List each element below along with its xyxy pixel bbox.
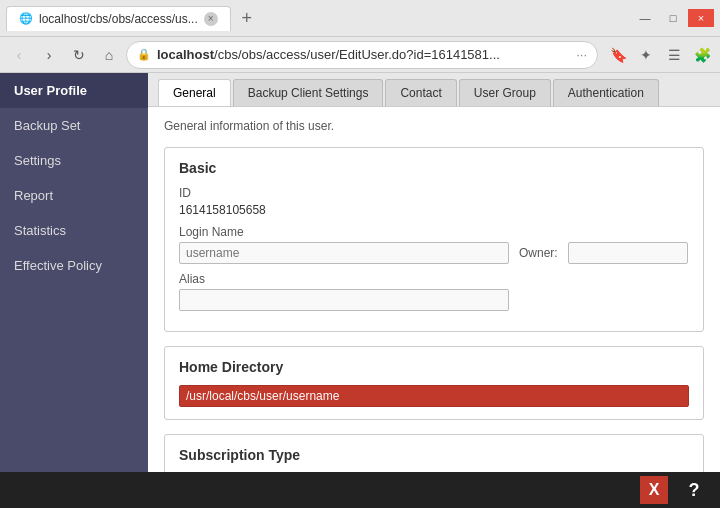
tab-contact[interactable]: Contact [385,79,456,106]
main-content: General Backup Client Settings Contact U… [148,73,720,508]
sidebar-item-report[interactable]: Report [0,178,148,213]
sidebar-item-statistics[interactable]: Statistics [0,213,148,248]
minimize-btn[interactable]: — [632,9,658,27]
login-name-label: Login Name [179,225,689,239]
home-directory-title: Home Directory [179,359,689,375]
url-more-btn[interactable]: ··· [576,47,587,62]
alias-row [179,289,689,311]
sidebar: User Profile Backup Set Settings Report … [0,73,148,508]
tab-authentication[interactable]: Authentication [553,79,659,106]
sidebar-item-effective-policy[interactable]: Effective Policy [0,248,148,283]
login-name-row: Owner: [179,242,689,264]
forward-btn[interactable]: › [36,42,62,68]
sidebar-item-user-profile[interactable]: User Profile [0,73,148,108]
url-bar-container[interactable]: 🔒 localhost/cbs/obs/access/user/EditUser… [126,41,598,69]
alias-label: Alias [179,272,689,286]
login-name-input[interactable] [179,242,509,264]
url-bold-part: localhost [157,47,214,62]
sidebar-item-backup-set[interactable]: Backup Set [0,108,148,143]
maximize-btn[interactable]: □ [660,9,686,27]
reload-btn[interactable]: ↻ [66,42,92,68]
x-button[interactable]: X [640,476,668,504]
app-layout: User Profile Backup Set Settings Report … [0,73,720,508]
bookmark-icon[interactable]: 🔖 [606,43,630,67]
browser-tab[interactable]: 🌐 localhost/cbs/obs/access/us... × [6,6,231,31]
owner-input[interactable] [568,242,688,264]
tab-user-group[interactable]: User Group [459,79,551,106]
id-label: ID [179,186,689,200]
home-directory-section: Home Directory [164,346,704,420]
tab-close-btn[interactable]: × [204,12,218,26]
basic-section: Basic ID 1614158105658 Login Name Owner:… [164,147,704,332]
back-btn[interactable]: ‹ [6,42,32,68]
close-btn[interactable]: × [688,9,714,27]
tab-general[interactable]: General [158,79,231,106]
title-bar: 🌐 localhost/cbs/obs/access/us... × + — □… [0,0,720,36]
alias-input[interactable] [179,289,509,311]
more-icon[interactable]: ☰ [662,43,686,67]
owner-label: Owner: [519,246,558,260]
nav-bar: ‹ › ↻ ⌂ 🔒 localhost/cbs/obs/access/user/… [0,36,720,72]
content-description: General information of this user. [164,119,704,133]
tab-bar: General Backup Client Settings Contact U… [148,73,720,107]
tab-favicon: 🌐 [19,12,33,25]
id-value: 1614158105658 [179,203,689,217]
extensions-icon[interactable]: 🧩 [690,43,714,67]
browser-chrome: 🌐 localhost/cbs/obs/access/us... × + — □… [0,0,720,73]
basic-section-title: Basic [179,160,689,176]
pocket-icon[interactable]: ✦ [634,43,658,67]
home-btn[interactable]: ⌂ [96,42,122,68]
home-directory-input[interactable] [179,385,689,407]
window-controls: — □ × [632,9,714,27]
url-path-part: /cbs/obs/access/user/EditUser.do?id=1614… [214,47,500,62]
url-display: localhost/cbs/obs/access/user/EditUser.d… [157,47,570,62]
sidebar-item-settings[interactable]: Settings [0,143,148,178]
subscription-title: Subscription Type [179,447,689,463]
new-tab-btn[interactable]: + [235,6,259,30]
tab-backup-client-settings[interactable]: Backup Client Settings [233,79,384,106]
nav-icons: 🔖 ✦ ☰ 🧩 [606,43,714,67]
tab-title: localhost/cbs/obs/access/us... [39,12,198,26]
content-area: General information of this user. Basic … [148,107,720,508]
bottom-bar: X ? [0,472,720,508]
security-icon: 🔒 [137,48,151,61]
help-button[interactable]: ? [680,476,708,504]
